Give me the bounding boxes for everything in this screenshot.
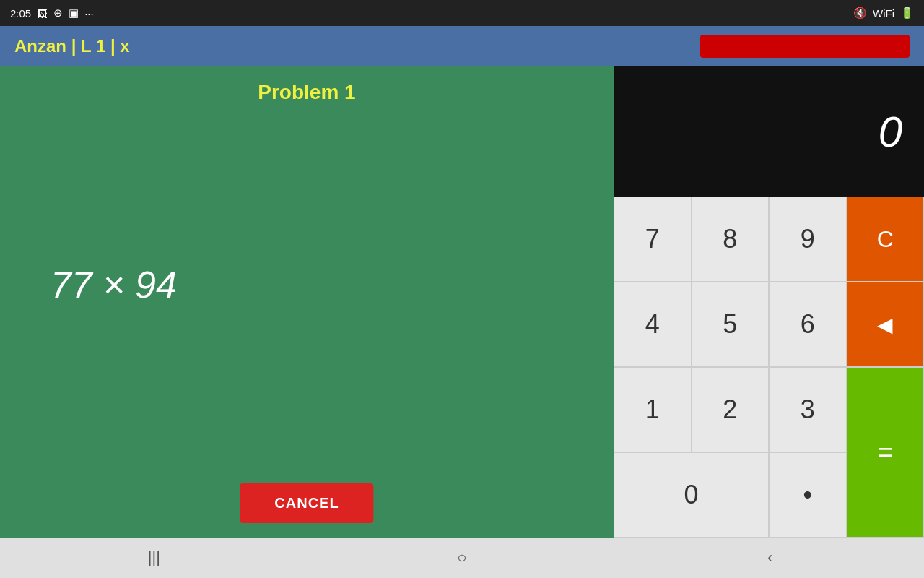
header-bar: Anzan | L 1 | x 01:56: [0, 26, 924, 66]
status-right: 🔇 WiFi 🔋: [853, 7, 914, 20]
status-left: 2:05 🖼 ⊕ ▣ ···: [10, 7, 94, 20]
sim-icon: ▣: [69, 7, 79, 20]
back-button[interactable]: ‹: [741, 543, 799, 572]
key-backspace[interactable]: ◀: [847, 282, 925, 367]
keypad: 7 8 9 C 4 5 6 ◀ 1 2 3 = 0 •: [614, 197, 924, 538]
app-icon: ⊕: [53, 7, 63, 20]
cancel-button[interactable]: CANCEL: [240, 483, 373, 523]
status-bar: 2:05 🖼 ⊕ ▣ ··· 🔇 WiFi 🔋: [0, 0, 924, 26]
recent-button[interactable]: |||: [125, 543, 183, 572]
mute-icon: 🔇: [853, 7, 867, 20]
key-equals[interactable]: =: [847, 367, 925, 538]
key-6[interactable]: 6: [769, 282, 847, 367]
key-5[interactable]: 5: [692, 282, 770, 367]
display-value: 0: [879, 107, 902, 157]
problem-expression: 77 × 94: [51, 263, 177, 306]
wifi-icon: WiFi: [873, 7, 894, 20]
key-dot[interactable]: •: [769, 452, 847, 538]
key-4[interactable]: 4: [614, 282, 692, 367]
status-time: 2:05: [10, 7, 31, 20]
photo-icon: 🖼: [37, 7, 48, 20]
more-icon: ···: [84, 7, 94, 20]
battery-icon: 🔋: [900, 7, 914, 20]
problem-label: Problem 1: [258, 81, 355, 104]
key-1[interactable]: 1: [614, 367, 692, 452]
main-area: Problem 1 77 × 94 CANCEL 0 7 8 9 C 4 5 6…: [0, 66, 924, 538]
progress-bar: [700, 35, 910, 58]
left-panel: Problem 1 77 × 94 CANCEL: [0, 66, 614, 538]
calculator-panel: 0 7 8 9 C 4 5 6 ◀ 1 2 3 = 0 •: [614, 66, 924, 538]
app-title: Anzan | L 1 | x: [14, 36, 130, 56]
key-2[interactable]: 2: [692, 367, 770, 452]
key-9[interactable]: 9: [769, 197, 847, 282]
home-button[interactable]: ○: [433, 543, 491, 572]
key-7[interactable]: 7: [614, 197, 692, 282]
key-0[interactable]: 0: [614, 452, 769, 538]
key-clear[interactable]: C: [847, 197, 925, 282]
bottom-nav: ||| ○ ‹: [0, 538, 924, 578]
key-3[interactable]: 3: [769, 367, 847, 452]
key-8[interactable]: 8: [692, 197, 770, 282]
calculator-display: 0: [614, 66, 924, 197]
